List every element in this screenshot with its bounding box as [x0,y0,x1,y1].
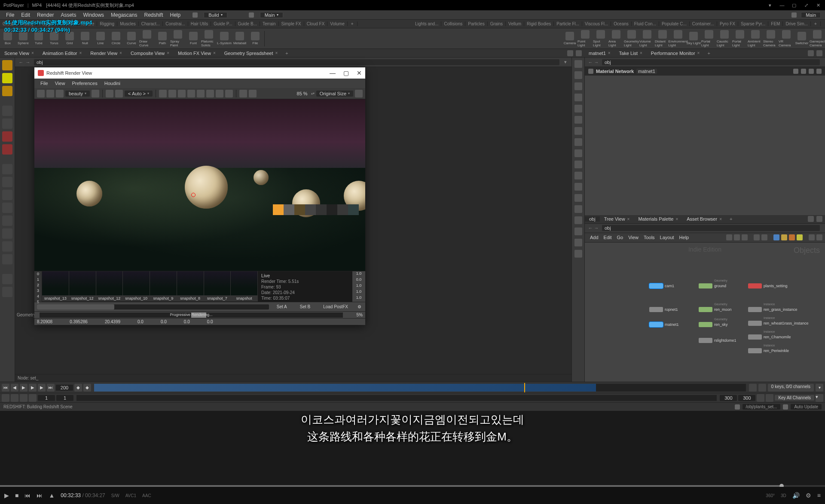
flag-green-icon[interactable] [797,234,803,240]
shelf-tab[interactable]: Rigging [97,21,117,26]
shelf-tab[interactable]: Particles [465,21,487,26]
cloud-icon[interactable] [791,12,797,18]
set-b-button[interactable]: Set B [295,304,315,310]
nav-fwd-icon[interactable]: → [24,60,31,65]
node-ren_Chamomile[interactable]: Instanceren_Chamomile [748,334,791,340]
shelf-tool-metaball[interactable]: Metaball [232,30,248,48]
copy-icon[interactable] [249,90,257,97]
tool-icon[interactable] [742,234,748,240]
refresh-icon[interactable] [56,90,64,97]
shelf-tab[interactable]: + [811,21,821,26]
rect-icon[interactable] [239,90,247,97]
add-tab-button[interactable]: + [726,216,736,222]
tool-icon[interactable] [574,194,582,202]
brush-tool-icon[interactable] [2,86,12,96]
save-icon[interactable] [92,90,99,97]
net-menu-layout[interactable]: Layout [657,235,677,240]
menu-edit[interactable]: Edit [18,12,34,18]
node-ground[interactable]: Geometryground [699,283,726,288]
play-back-button[interactable]: ▶ [20,384,28,392]
range-icon[interactable] [20,394,28,402]
menu-megascans[interactable]: Megascans [107,12,141,18]
shelf-tab[interactable]: Grains [488,21,506,26]
tab-matnet1[interactable]: matnet1 × [584,51,615,56]
render-button[interactable] [37,90,45,97]
shelf-tab[interactable]: Guide B... [235,21,260,26]
shelf-tool-line[interactable]: Line [93,30,108,48]
shelf-tab[interactable]: + [348,21,358,26]
shelf-tool-point-light[interactable]: Point Light [578,30,593,48]
chevron-down-icon[interactable]: ▾ [816,384,823,392]
rw-minimize-icon[interactable]: — [330,70,336,76]
tab-tree-view[interactable]: Tree View × [600,216,634,222]
tab-performance-monitor[interactable]: Performance Monitor × [647,51,704,56]
tab-materials-palette[interactable]: Materials Palette × [634,216,682,222]
gear-icon[interactable]: ⚙ [356,304,363,310]
range-icon[interactable] [2,394,9,402]
info-icon[interactable] [816,69,822,74]
snapshot-scroll[interactable] [37,304,269,310]
tool-icon[interactable] [761,234,767,240]
shelf-tab[interactable]: Oceans [611,21,631,26]
prev-button[interactable]: ⏮ [24,492,31,499]
shelf-tab[interactable]: Viscous Fl... [582,21,611,26]
pane-opt-icon[interactable] [808,50,814,56]
ipr-button[interactable] [46,90,54,97]
set-a-button[interactable]: Set A [272,304,292,310]
minimize-icon[interactable]: — [779,3,785,8]
tool-icon[interactable] [2,241,12,252]
snapshot-thumb[interactable]: snapshot_8 [177,271,204,301]
next-button[interactable]: ⏭ [37,492,43,499]
view-tool-icon[interactable] [2,177,12,187]
snapshot-icon[interactable] [106,90,113,97]
shelf-tab[interactable]: Container... [690,21,717,26]
tool-icon[interactable] [574,216,582,224]
range-icon[interactable] [11,394,18,402]
shelf-tab[interactable]: Guide P... [211,21,235,26]
tool-icon[interactable] [574,94,582,101]
key-button[interactable]: ◆ [83,384,91,392]
cook-path[interactable]: /obj/plants_set... [742,404,781,410]
rw-titlebar[interactable]: Redshift Render View — ▢ ✕ [34,67,365,79]
shelf-tool-spot-light[interactable]: Spot Light [593,30,608,48]
menu-file[interactable]: File [3,12,18,18]
shelf-tool-portal-light[interactable]: Portal Light [701,30,717,48]
size-dropdown[interactable]: Original Size [316,91,353,97]
help-icon[interactable] [816,234,822,240]
node-plants_setting[interactable]: plants_setting [748,283,788,288]
tool-icon[interactable] [2,287,12,297]
tab-obj[interactable]: obj [585,216,600,222]
flag-blue-icon[interactable] [773,234,779,240]
nav-back-icon[interactable]: ← [587,60,593,65]
menu-redshift[interactable]: Redshift [141,12,166,18]
node-ropnet1[interactable]: ropnet1 [649,307,678,312]
node-matnet1[interactable]: matnet1 [649,322,679,327]
shelf-tab[interactable]: Pyro FX [717,21,738,26]
rate-3d[interactable]: 3D [781,493,786,498]
inspect-tool-icon[interactable] [2,190,12,200]
range-track[interactable] [76,395,717,401]
shelf-tab[interactable]: Simple FX [279,21,304,26]
snapshot-thumb[interactable]: snapshot_12 [69,271,96,301]
scale-tool-icon[interactable] [2,144,12,155]
zoom-value[interactable]: 85 % [297,91,308,96]
shelf-tool-draw-curve[interactable]: Draw Curve [139,30,155,48]
shelf-tab[interactable]: Terrain [260,21,279,26]
shelf-tab[interactable]: Hair Utils [188,21,211,26]
viewport-opt-icon[interactable]: ▾ [562,59,569,65]
pane-opt-icon[interactable] [808,216,814,222]
chevron-down-icon[interactable]: ▾ [816,394,823,402]
matnet-path[interactable]: obj [602,59,820,65]
render-tool-icon[interactable] [2,203,12,213]
tab-asset-browser[interactable]: Asset Browser × [682,216,726,222]
key-all-button[interactable]: Key All Channels [775,395,814,401]
keys-label[interactable]: 0 keys, 0/0 channels [768,384,814,392]
prev-frame-button[interactable]: ◀ [11,384,18,392]
tool-icon[interactable] [574,149,582,157]
nav-fwd-icon[interactable]: → [593,60,599,65]
shelf-tab[interactable]: Rigid Bodies [524,21,554,26]
net-menu-view[interactable]: View [626,235,641,240]
lock-icon[interactable] [159,90,167,97]
play-button[interactable]: ▶ [4,492,9,499]
rotate-tool-icon[interactable] [2,131,12,142]
